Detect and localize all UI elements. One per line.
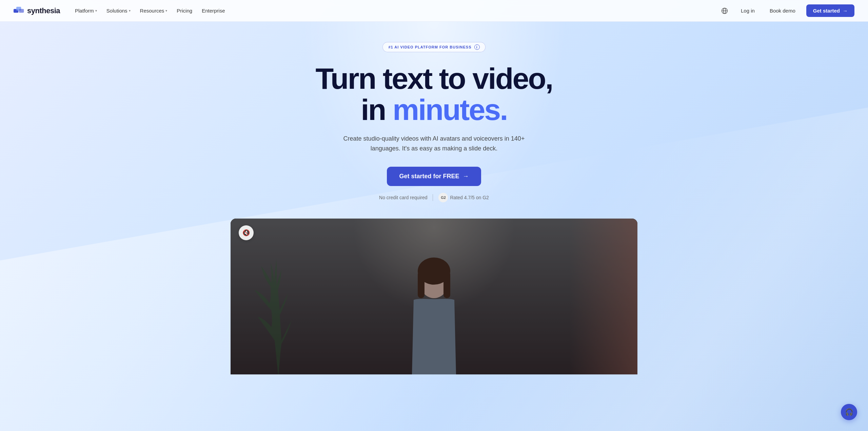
- navbar: synthesia Platform ▾ Solutions ▾ Resourc…: [0, 0, 868, 22]
- chevron-down-icon: ▾: [129, 9, 131, 13]
- cta-arrow-icon: →: [463, 173, 469, 180]
- nav-links: Platform ▾ Solutions ▾ Resources ▾ Prici…: [71, 6, 229, 16]
- mute-icon: 🔇: [242, 229, 250, 237]
- no-credit-card-text: No credit card required: [379, 195, 427, 200]
- chevron-down-icon: ▾: [165, 9, 167, 13]
- logo-icon: [14, 7, 24, 15]
- g2-rating: G2 Rated 4.7/5 on G2: [438, 193, 489, 202]
- chevron-down-icon: ▾: [95, 9, 97, 13]
- svg-rect-2: [19, 9, 24, 13]
- nav-resources[interactable]: Resources ▾: [136, 6, 172, 16]
- g2-logo: G2: [438, 193, 448, 202]
- support-button[interactable]: 🎧: [841, 404, 857, 420]
- globe-icon: [721, 7, 728, 14]
- hero-section: #1 AI VIDEO PLATFORM FOR BUSINESS i Turn…: [0, 22, 868, 374]
- hero-subtitle: Create studio-quality videos with AI ava…: [339, 134, 529, 153]
- nav-right: Log in Book demo Get started →: [719, 4, 854, 17]
- hero-video[interactable]: 🔇: [231, 219, 637, 374]
- nav-enterprise[interactable]: Enterprise: [198, 6, 229, 16]
- hero-cta-button[interactable]: Get started for FREE →: [387, 167, 481, 186]
- hero-cta: Get started for FREE →: [387, 167, 481, 186]
- video-overlay: [231, 219, 637, 374]
- hero-title: Turn text to video, in minutes.: [315, 63, 552, 126]
- nav-pricing[interactable]: Pricing: [173, 6, 196, 16]
- trust-divider: [433, 194, 433, 201]
- hero-trust: No credit card required G2 Rated 4.7/5 o…: [379, 193, 489, 202]
- globe-button[interactable]: [719, 5, 730, 16]
- video-background: [231, 219, 637, 374]
- nav-solutions[interactable]: Solutions ▾: [102, 6, 135, 16]
- nav-platform[interactable]: Platform ▾: [71, 6, 101, 16]
- login-button[interactable]: Log in: [737, 6, 759, 16]
- headset-icon: 🎧: [845, 408, 853, 416]
- arrow-icon: →: [843, 8, 848, 14]
- nav-left: synthesia Platform ▾ Solutions ▾ Resourc…: [14, 6, 229, 16]
- book-demo-button[interactable]: Book demo: [766, 6, 800, 16]
- badge-info-icon[interactable]: i: [474, 44, 480, 50]
- hero-badge: #1 AI VIDEO PLATFORM FOR BUSINESS i: [382, 42, 485, 52]
- logo-text: synthesia: [27, 6, 60, 15]
- logo[interactable]: synthesia: [14, 6, 60, 15]
- get-started-nav-button[interactable]: Get started →: [806, 4, 854, 17]
